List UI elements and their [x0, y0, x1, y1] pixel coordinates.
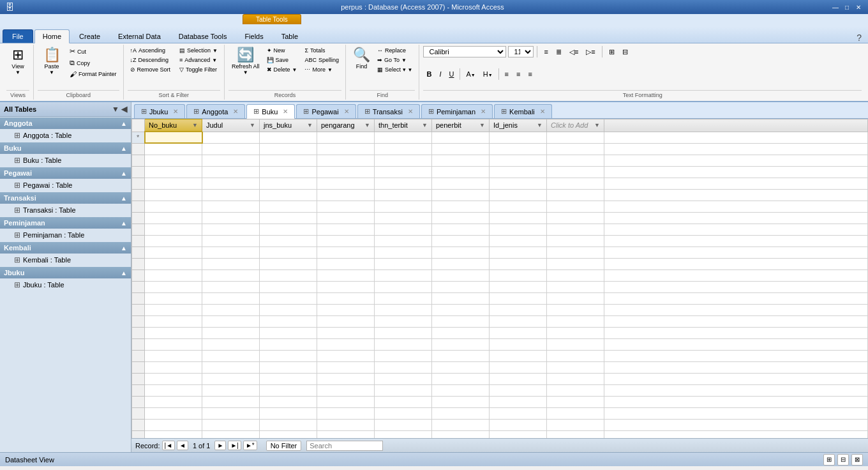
table-cell[interactable] — [375, 419, 432, 430]
table-cell[interactable] — [490, 419, 547, 430]
table-cell[interactable] — [547, 269, 604, 281]
table-cell[interactable] — [375, 155, 432, 166]
table-cell[interactable] — [375, 373, 432, 384]
spelling-button[interactable]: ABC Spelling — [302, 56, 341, 64]
table-cell[interactable] — [317, 258, 375, 269]
table-cell[interactable] — [375, 224, 432, 235]
nav-item-pegawai-table[interactable]: ⊞ Pegawai : Table — [0, 179, 131, 192]
table-cell[interactable] — [547, 304, 604, 315]
table-cell[interactable] — [375, 166, 432, 178]
table-cell[interactable] — [547, 327, 604, 338]
table-cell[interactable] — [547, 384, 604, 396]
table-cell[interactable] — [490, 315, 547, 327]
save-record-button[interactable]: 💾 Save — [264, 56, 300, 64]
table-cell[interactable] — [317, 212, 375, 224]
table-cell[interactable] — [432, 419, 490, 430]
table-cell[interactable] — [145, 246, 202, 258]
table-cell[interactable] — [260, 361, 317, 373]
nav-item-jbuku-table[interactable]: ⊞ Jbuku : Table — [0, 278, 131, 291]
col-header-click-to-add[interactable]: Click to Add ▼ — [547, 119, 604, 132]
list-bullet-btn[interactable]: ≡ — [541, 47, 551, 57]
table-cell[interactable] — [145, 235, 202, 246]
select-button[interactable]: ▦ Select ▾ ▼ — [375, 65, 415, 74]
table-cell[interactable] — [375, 281, 432, 292]
table-cell[interactable] — [375, 212, 432, 224]
tab-table[interactable]: Table — [273, 29, 306, 43]
table-cell[interactable] — [547, 212, 604, 224]
table-cell[interactable] — [260, 258, 317, 269]
find-button[interactable]: 🔍 Find — [350, 46, 373, 72]
table-cell[interactable] — [145, 338, 202, 350]
table-cell[interactable] — [317, 315, 375, 327]
table-cell[interactable] — [432, 384, 490, 396]
jbuku-tab-close[interactable]: ✕ — [173, 108, 178, 115]
table-cell[interactable] — [145, 155, 202, 166]
nav-pane-close-btn[interactable]: ◀ — [121, 105, 127, 114]
table-cell[interactable] — [145, 258, 202, 269]
table-cell[interactable] — [547, 132, 604, 143]
table-cell[interactable] — [317, 189, 375, 201]
table-cell[interactable] — [375, 132, 432, 143]
doc-tab-pegawai[interactable]: ⊞ Pegawai ✕ — [296, 104, 355, 118]
table-cell[interactable] — [432, 201, 490, 212]
cut-button[interactable]: ✂ Cut — [67, 46, 119, 57]
table-cell[interactable] — [260, 407, 317, 419]
table-cell[interactable] — [375, 269, 432, 281]
table-cell[interactable] — [260, 292, 317, 304]
table-cell[interactable] — [490, 189, 547, 201]
table-cell[interactable] — [317, 132, 375, 143]
table-cell[interactable] — [547, 430, 604, 438]
nav-group-kembali[interactable]: Kembali ▲ — [0, 242, 131, 254]
table-cell[interactable] — [260, 189, 317, 201]
view-pivot-btn[interactable]: ⊟ — [837, 454, 849, 466]
table-cell[interactable] — [490, 373, 547, 384]
table-cell[interactable] — [317, 155, 375, 166]
table-cell[interactable] — [317, 292, 375, 304]
table-cell[interactable] — [202, 373, 260, 384]
thn-terbit-dropdown[interactable]: ▼ — [422, 122, 428, 128]
table-cell[interactable] — [490, 224, 547, 235]
table-cell[interactable] — [260, 419, 317, 430]
search-input[interactable] — [306, 441, 383, 451]
col-header-id-jenis[interactable]: Id_jenis ▼ — [490, 119, 547, 132]
table-cell[interactable] — [145, 430, 202, 438]
table-cell[interactable] — [202, 396, 260, 407]
table-cell[interactable] — [432, 212, 490, 224]
anggota-tab-close[interactable]: ✕ — [233, 108, 238, 115]
table-cell[interactable] — [145, 224, 202, 235]
table-cell[interactable] — [547, 396, 604, 407]
table-cell[interactable] — [490, 132, 547, 143]
table-cell[interactable] — [317, 407, 375, 419]
col-header-thn-terbit[interactable]: thn_terbit ▼ — [375, 119, 432, 132]
table-cell[interactable] — [432, 430, 490, 438]
table-cell[interactable] — [145, 292, 202, 304]
table-cell[interactable] — [432, 396, 490, 407]
nav-next-btn[interactable]: ► — [214, 441, 226, 450]
table-cell[interactable] — [547, 246, 604, 258]
table-cell[interactable] — [202, 189, 260, 201]
tab-external-data[interactable]: External Data — [110, 29, 169, 43]
align-right-btn[interactable]: ≡ — [525, 69, 535, 79]
table-cell[interactable] — [202, 235, 260, 246]
table-cell[interactable] — [547, 338, 604, 350]
table-cell[interactable] — [490, 235, 547, 246]
nav-item-peminjaman-table[interactable]: ⊞ Peminjaman : Table — [0, 229, 131, 241]
goto-button[interactable]: ➡ Go To ▼ — [375, 56, 415, 64]
table-cell[interactable] — [547, 178, 604, 189]
table-cell[interactable] — [547, 189, 604, 201]
buku-tab-close[interactable]: ✕ — [283, 108, 288, 115]
click-to-add-dropdown[interactable]: ▼ — [594, 122, 600, 128]
table-cell[interactable] — [490, 246, 547, 258]
table-cell[interactable] — [432, 189, 490, 201]
table-cell[interactable] — [432, 246, 490, 258]
table-cell[interactable] — [202, 384, 260, 396]
table-cell[interactable] — [490, 304, 547, 315]
replace-button[interactable]: ↔ Replace — [375, 46, 415, 55]
col-header-no-buku[interactable]: No_buku ▼ — [145, 119, 202, 132]
ribbon-help-icon[interactable]: ? — [857, 33, 862, 43]
table-cell[interactable] — [317, 396, 375, 407]
table-cell[interactable] — [317, 384, 375, 396]
grid-lines-btn[interactable]: ⊟ — [619, 47, 631, 57]
table-cell[interactable] — [260, 224, 317, 235]
table-cell[interactable] — [202, 212, 260, 224]
